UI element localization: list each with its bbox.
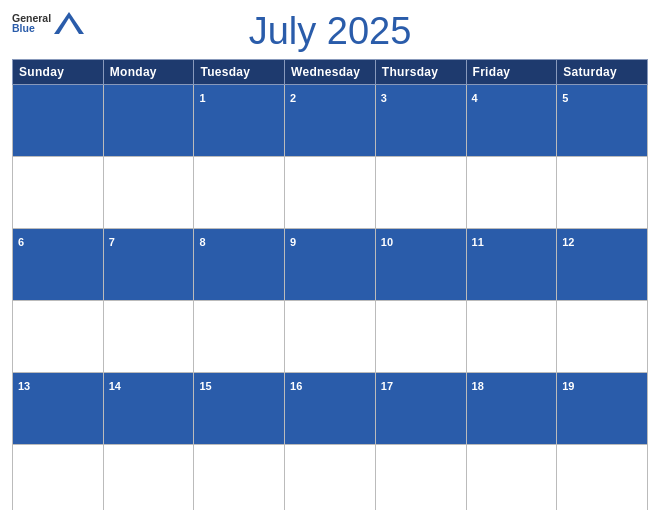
w3-fri-body — [466, 445, 557, 511]
w3-mon-num: 14 — [103, 373, 194, 445]
w2-tue-body — [194, 301, 285, 373]
w3-tue-num: 15 — [194, 373, 285, 445]
w3-mon-body — [103, 445, 194, 511]
w1-fri-body — [466, 157, 557, 229]
w3-wed-body — [285, 445, 376, 511]
w1-fri-num: 4 — [466, 85, 557, 157]
header-sunday: Sunday — [13, 60, 104, 85]
w1-tue-num: 1 — [194, 85, 285, 157]
w2-mon-body — [103, 301, 194, 373]
w3-sun-body — [13, 445, 104, 511]
week-3-body — [13, 445, 648, 511]
header-tuesday: Tuesday — [194, 60, 285, 85]
week-2-header: 6 7 8 9 10 11 12 — [13, 229, 648, 301]
w1-wed-body — [285, 157, 376, 229]
w3-wed-num: 16 — [285, 373, 376, 445]
month-title: July 2025 — [249, 10, 412, 53]
logo-icon-wrap — [54, 12, 84, 34]
w2-fri-body — [466, 301, 557, 373]
w1-wed-num: 2 — [285, 85, 376, 157]
w2-sun-body — [13, 301, 104, 373]
w1-tue-body — [194, 157, 285, 229]
w2-tue-num: 8 — [194, 229, 285, 301]
w3-fri-num: 18 — [466, 373, 557, 445]
w2-sat-body — [557, 301, 648, 373]
w3-sun-num: 13 — [13, 373, 104, 445]
w2-thu-body — [375, 301, 466, 373]
logo: General Blue — [12, 12, 84, 34]
w2-thu-num: 10 — [375, 229, 466, 301]
week-1-header: 1 2 3 4 5 — [13, 85, 648, 157]
w3-sat-body — [557, 445, 648, 511]
header-friday: Friday — [466, 60, 557, 85]
w1-sat-num: 5 — [557, 85, 648, 157]
header-monday: Monday — [103, 60, 194, 85]
w1-mon-body — [103, 157, 194, 229]
header-saturday: Saturday — [557, 60, 648, 85]
w2-wed-body — [285, 301, 376, 373]
w3-thu-body — [375, 445, 466, 511]
w1-thu-body — [375, 157, 466, 229]
w3-sat-num: 19 — [557, 373, 648, 445]
week-2-body — [13, 301, 648, 373]
w1-thu-num: 3 — [375, 85, 466, 157]
header-wednesday: Wednesday — [285, 60, 376, 85]
w1-mon-num — [103, 85, 194, 157]
w1-sat-body — [557, 157, 648, 229]
calendar-table: Sunday Monday Tuesday Wednesday Thursday… — [12, 59, 648, 510]
w2-sat-num: 12 — [557, 229, 648, 301]
week-1-body — [13, 157, 648, 229]
week-3-header: 13 14 15 16 17 18 19 — [13, 373, 648, 445]
calendar-page: General Blue July 2025 Sunday Monday Tue… — [0, 0, 660, 510]
w2-fri-num: 11 — [466, 229, 557, 301]
w2-sun-num: 6 — [13, 229, 104, 301]
calendar-header: General Blue July 2025 — [12, 10, 648, 59]
w3-tue-body — [194, 445, 285, 511]
weekday-header-row: Sunday Monday Tuesday Wednesday Thursday… — [13, 60, 648, 85]
w3-thu-num: 17 — [375, 373, 466, 445]
logo-blue-text: Blue — [12, 23, 51, 34]
header-thursday: Thursday — [375, 60, 466, 85]
w2-mon-num: 7 — [103, 229, 194, 301]
w1-sun-num — [13, 85, 104, 157]
logo-triangle-icon — [54, 12, 84, 34]
w2-wed-num: 9 — [285, 229, 376, 301]
w1-sun-body — [13, 157, 104, 229]
